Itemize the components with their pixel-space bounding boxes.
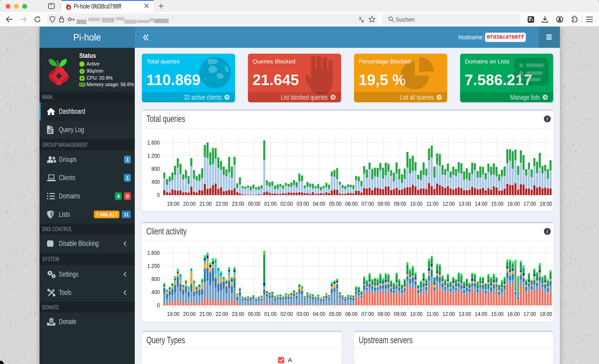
svg-text:$: $ [51,319,53,322]
svg-text:A: A [361,19,364,23]
